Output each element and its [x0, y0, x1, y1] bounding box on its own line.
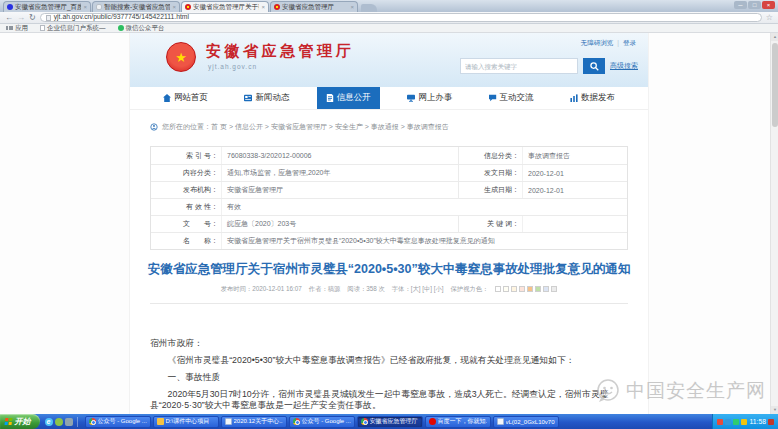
- nav-item-info-disclosure-active[interactable]: 信息公开: [317, 87, 380, 109]
- monitor-icon: [407, 94, 415, 102]
- browser-tab-3-active[interactable]: 安徽省应急管理厅关于宿 ×: [181, 1, 269, 12]
- tray-icon[interactable]: [768, 419, 774, 425]
- bookmark-star-icon[interactable]: ☆: [766, 14, 773, 22]
- scroll-down-icon[interactable]: ▼: [771, 406, 778, 414]
- login-link[interactable]: 登录: [623, 39, 636, 48]
- field-value: 通知,市场监管，应急管理,2020年: [221, 165, 458, 181]
- color-swatch[interactable]: [535, 286, 541, 292]
- task-button-7[interactable]: vL(02_0GxL10v70...: [493, 416, 559, 428]
- nav-item-interaction[interactable]: 互动交流: [480, 87, 543, 109]
- field-label: 有 效 性：: [151, 199, 221, 215]
- show-desktop-icon[interactable]: [65, 418, 73, 426]
- tab-close-icon[interactable]: ×: [83, 4, 87, 10]
- location-icon: [150, 123, 158, 131]
- breadcrumb-text: 您所在的位置：首 页 > 信息公开 > 安徽省应急管理厅 > 安全生产 > 事故…: [162, 122, 449, 132]
- color-swatch[interactable]: [527, 286, 533, 292]
- nav-item-online-services[interactable]: 网上办事: [398, 87, 461, 109]
- color-swatch[interactable]: [551, 286, 557, 292]
- color-swatch[interactable]: [519, 286, 525, 292]
- color-swatch[interactable]: [511, 286, 517, 292]
- ie-icon[interactable]: e: [45, 418, 53, 426]
- task-button-1[interactable]: 公众号 - Google ...: [85, 416, 151, 428]
- back-icon[interactable]: ←: [5, 14, 13, 22]
- search-button[interactable]: [583, 58, 605, 74]
- site-watermark: 中国安全生产网: [595, 378, 766, 404]
- table-row: 索 引 号： 76080338-3/202012-00006 信息分类： 事故调…: [151, 147, 627, 164]
- new-tab-button[interactable]: [361, 4, 377, 12]
- field-value: [522, 216, 627, 232]
- field-value: 76080338-3/202012-00006: [221, 147, 458, 164]
- nav-item-home[interactable]: 网站首页: [154, 87, 217, 109]
- field-value: 2020-12-01: [522, 182, 627, 198]
- breadcrumb[interactable]: 您所在的位置：首 页 > 信息公开 > 安徽省应急管理厅 > 安全生产 > 事故…: [150, 122, 628, 132]
- scroll-up-icon[interactable]: ▲: [771, 33, 778, 41]
- browser-tab-2[interactable]: 智能搜索-安徽省应急管理 ×: [92, 1, 180, 12]
- nav-item-news[interactable]: 新闻动态: [235, 87, 298, 109]
- windows-taskbar: 开始 e 公众号 - Google ... D:\课件中心项目 2020.12关…: [0, 414, 778, 429]
- task-button-2[interactable]: D:\课件中心项目: [153, 416, 219, 428]
- start-button[interactable]: 开始: [0, 414, 40, 429]
- page-content-column: ★ 安徽省应急管理厅 yjt.ah.gov.cn 无障碍浏览 | 登录 高级搜索: [129, 33, 649, 414]
- site-name: 安徽省应急管理厅: [206, 42, 354, 61]
- field-value: 有效: [221, 199, 627, 215]
- chrome-icon: [89, 418, 96, 425]
- field-value: 安徽省应急管理厅关于宿州市灵璧县“2020•5•30”较大中毒窒息事故处理批复意…: [221, 233, 627, 249]
- home-icon: [163, 94, 171, 102]
- color-swatch[interactable]: [495, 286, 501, 292]
- apps-label: 应用: [15, 24, 28, 33]
- task-button-6[interactable]: 百度一下，你就知...: [425, 416, 491, 428]
- task-button-5-active[interactable]: 安徽省应急管理厅: [357, 416, 423, 428]
- link-separator: |: [617, 39, 619, 48]
- field-label: 信息分类：: [458, 147, 522, 164]
- color-swatch[interactable]: [503, 286, 509, 292]
- forward-icon[interactable]: →: [17, 14, 25, 22]
- tray-icon[interactable]: [717, 419, 723, 425]
- field-value: 2020-12-01: [522, 165, 627, 181]
- minimize-icon[interactable]: ─: [734, 1, 747, 9]
- tab-close-icon[interactable]: ×: [172, 4, 176, 10]
- watermark-logo-icon: [595, 378, 621, 404]
- document-icon: [225, 418, 232, 425]
- field-value: 安徽省应急管理厅: [221, 182, 458, 198]
- page-scrollbar[interactable]: ▲ ▼: [770, 33, 778, 414]
- table-row: 有 效 性： 有效: [151, 198, 627, 215]
- task-button-4[interactable]: 公众号 - Google ...: [289, 416, 355, 428]
- accessibility-link[interactable]: 无障碍浏览: [581, 39, 614, 48]
- browser-tab-1[interactable]: 安徽省应急管理厅_百度搜 ×: [3, 1, 91, 12]
- article-title: 安徽省应急管理厅关于宿州市灵璧县“2020•5•30”较大中毒窒息事故处理批复意…: [138, 262, 640, 278]
- eye-protect-swatches: [495, 286, 557, 292]
- tray-icon[interactable]: [725, 419, 731, 425]
- tray-clock[interactable]: 11:58: [749, 418, 766, 425]
- field-label: 生成日期：: [458, 182, 522, 198]
- apps-shortcut[interactable]: 应用: [6, 24, 28, 33]
- paragraph: 一、事故性质: [150, 372, 628, 383]
- search-input[interactable]: [460, 58, 578, 74]
- nav-item-data[interactable]: 数据发布: [561, 87, 624, 109]
- document-icon: [326, 94, 334, 102]
- tab-close-icon[interactable]: ×: [261, 4, 265, 10]
- bookmark-item-wechat[interactable]: 微信公众平台: [118, 24, 165, 33]
- address-bar[interactable]: yjt.ah.gov.cn/public/9377745/145422111.h…: [40, 13, 762, 22]
- task-button-3[interactable]: 2020.12关于中心...: [221, 416, 287, 428]
- browser-tab-strip: 安徽省应急管理厅_百度搜 × 智能搜索-安徽省应急管理 × 安徽省应急管理厅关于…: [0, 0, 778, 12]
- document-info-table: 索 引 号： 76080338-3/202012-00006 信息分类： 事故调…: [150, 146, 628, 250]
- table-row: 发布机构： 安徽省应急管理厅 生成日期： 2020-12-01: [151, 181, 627, 198]
- tray-icon[interactable]: [733, 419, 739, 425]
- browser-tab-4[interactable]: 安徽省应急管理厅 ×: [270, 1, 358, 12]
- site-header-band: ★ 安徽省应急管理厅 yjt.ah.gov.cn 无障碍浏览 | 登录 高级搜索: [130, 33, 648, 87]
- font-size-switch[interactable]: 字体：[大] [中] [小]: [392, 285, 444, 294]
- divider: [77, 417, 78, 427]
- tray-icon[interactable]: [741, 419, 747, 425]
- scrollbar-thumb[interactable]: [772, 43, 778, 127]
- color-swatch[interactable]: [543, 286, 549, 292]
- refresh-icon[interactable]: ↻: [29, 14, 36, 22]
- quick-launch: e: [45, 417, 80, 427]
- bookmark-item-portal[interactable]: 企业信息门户系统—: [40, 24, 106, 33]
- advanced-search-link[interactable]: 高级搜索: [610, 61, 638, 71]
- tab-close-icon[interactable]: ×: [350, 4, 354, 10]
- screen: 安徽省应急管理厅_百度搜 × 智能搜索-安徽省应急管理 × 安徽省应急管理厅关于…: [0, 0, 778, 429]
- quick-launch-icon[interactable]: [55, 418, 63, 426]
- site-search: 高级搜索: [460, 58, 638, 74]
- maximize-icon[interactable]: □: [748, 1, 761, 9]
- close-icon[interactable]: ×: [762, 1, 775, 9]
